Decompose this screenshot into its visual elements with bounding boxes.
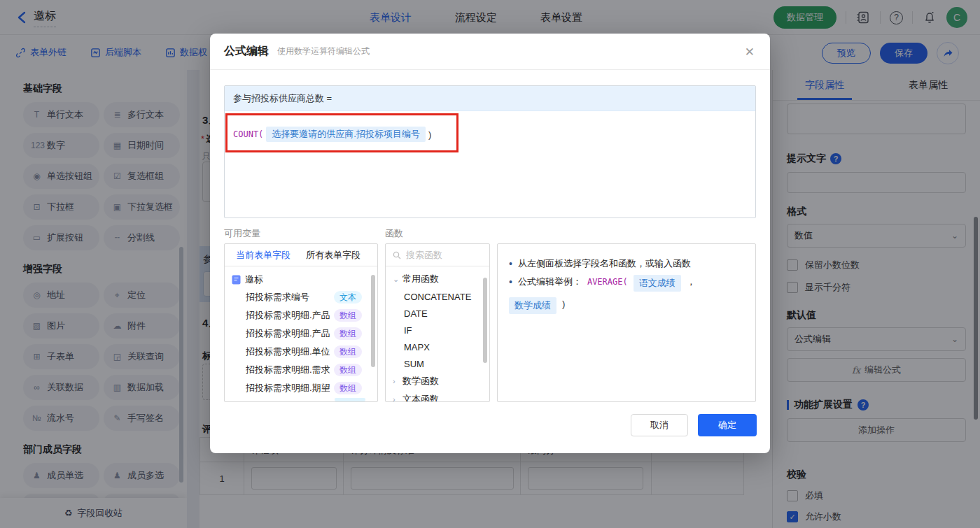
variable-field-item[interactable]: 招投标需求明细.单位 数组 xyxy=(232,343,372,361)
bullet: • xyxy=(509,257,512,271)
variables-panel: 当前表单字段 所有表单字段 邀标 招投标需求编号 文本 xyxy=(224,243,378,402)
function-search-input[interactable] xyxy=(406,250,476,260)
modal-header: 公式编辑 使用数学运算符编辑公式 xyxy=(210,34,770,70)
close-icon[interactable]: ✕ xyxy=(745,45,755,59)
function-item[interactable]: IF xyxy=(386,322,489,338)
help-line-2: • 公式编辑举例： AVERAGE( 语文成绩 ， 数学成绩 ) xyxy=(509,275,744,314)
example-chip: 数学成绩 xyxy=(509,297,556,314)
formula-editor-modal: 公式编辑 使用数学运算符编辑公式 ✕ 参与招投标供应商总数 = COUNT( 选… xyxy=(210,34,770,453)
chevron-expanded-icon: ⌄ xyxy=(393,275,398,284)
variable-field-name: 招投标需求明细.单位 xyxy=(246,345,330,358)
function-group-text[interactable]: › 文本函数 xyxy=(386,390,489,402)
close-paren: ) xyxy=(428,129,431,140)
variable-field-name: 招投标需求编号 xyxy=(246,291,309,304)
functions-scrollbar[interactable] xyxy=(483,278,487,363)
variable-type-tag: 数组 xyxy=(334,382,362,394)
function-token: AVERAGE( xyxy=(587,275,628,289)
chevron-collapsed-icon: › xyxy=(393,395,398,402)
variable-type-tag: 数组 xyxy=(334,309,362,322)
function-item[interactable]: DATE xyxy=(386,305,489,322)
variable-type-tag: 数组 xyxy=(334,364,362,376)
field-reference-chip[interactable]: 选择要邀请的供应商.招投标项目编号 xyxy=(266,127,426,142)
functions-panel: ⌄ 常用函数 CONCATENATE DATE IF MAPX SUM xyxy=(385,243,490,402)
function-group-math[interactable]: › 数学函数 xyxy=(386,372,489,390)
variables-label: 可用变量 xyxy=(224,227,260,240)
variable-type-tag: 文本 xyxy=(334,291,362,304)
variable-field-name: 招投标需求明细.期望... xyxy=(246,382,330,394)
window-scrollbar[interactable] xyxy=(974,217,978,420)
formula-editor: 参与招投标供应商总数 = COUNT( 选择要邀请的供应商.招投标项目编号 ) xyxy=(224,85,756,218)
variable-field-list: 招投标需求编号 文本 招投标需求明细.产品... 数组 招投标需求明细.产品..… xyxy=(232,288,372,397)
variable-field-name: 招投标需求明细.需求... xyxy=(246,364,330,376)
function-token[interactable]: COUNT( xyxy=(233,129,263,139)
function-item[interactable]: SUM xyxy=(386,355,489,372)
search-icon xyxy=(393,251,401,259)
example-chip: 语文成绩 xyxy=(634,275,681,292)
form-tree-root[interactable]: 邀标 xyxy=(232,271,372,288)
formula-target-field: 参与招投标供应商总数 = xyxy=(225,86,755,111)
variable-field-item[interactable]: 招投标需求明细.产品... 数组 xyxy=(232,306,372,324)
confirm-button[interactable]: 确定 xyxy=(698,414,757,436)
function-item[interactable]: CONCATENATE xyxy=(386,288,489,305)
variable-field-item[interactable]: 招投标需求编号 文本 xyxy=(232,288,372,306)
modal-subtitle: 使用数学运算符编辑公式 xyxy=(277,45,370,57)
variable-type-tag: 数组 xyxy=(334,345,362,358)
tab-current-form-fields[interactable]: 当前表单字段 xyxy=(236,249,290,262)
tab-all-form-fields[interactable]: 所有表单字段 xyxy=(306,249,360,262)
common-function-list: CONCATENATE DATE IF MAPX SUM xyxy=(386,288,489,372)
form-tree-root-label: 邀标 xyxy=(245,273,263,286)
formula-expression[interactable]: COUNT( 选择要邀请的供应商.招投标项目编号 ) xyxy=(233,127,431,142)
variable-field-item[interactable]: 招投标需求明细.期望... 数组 xyxy=(232,379,372,397)
bullet: • xyxy=(509,275,512,289)
cancel-button[interactable]: 取消 xyxy=(631,414,688,436)
variables-scrollbar[interactable] xyxy=(371,275,375,367)
document-icon xyxy=(232,275,241,285)
functions-label: 函数 xyxy=(385,227,403,240)
help-panel: • 从左侧面板选择字段名和函数，或输入函数 • 公式编辑举例： AVERAGE(… xyxy=(497,243,756,402)
clipped-next-row xyxy=(335,398,365,401)
variable-type-tag: 数组 xyxy=(334,327,362,340)
variable-field-name: 招投标需求明细.产品... xyxy=(246,327,330,340)
function-search[interactable] xyxy=(386,244,489,266)
formula-input-area[interactable]: COUNT( 选择要邀请的供应商.招投标项目编号 ) xyxy=(225,111,755,217)
variable-field-item[interactable]: 招投标需求明细.产品... 数组 xyxy=(232,324,372,343)
variable-field-name: 招投标需求明细.产品... xyxy=(246,309,330,322)
app-window: 邀标 表单设计 流程设定 表单设置 数据管理 ? xyxy=(0,0,980,528)
function-group-common[interactable]: ⌄ 常用函数 xyxy=(386,270,489,288)
variable-field-item[interactable]: 招投标需求明细.需求... 数组 xyxy=(232,361,372,379)
chevron-collapsed-icon: › xyxy=(393,377,398,385)
help-line-1: • 从左侧面板选择字段名和函数，或输入函数 xyxy=(509,257,744,271)
modal-title: 公式编辑 xyxy=(224,44,269,59)
function-item[interactable]: MAPX xyxy=(386,338,489,355)
